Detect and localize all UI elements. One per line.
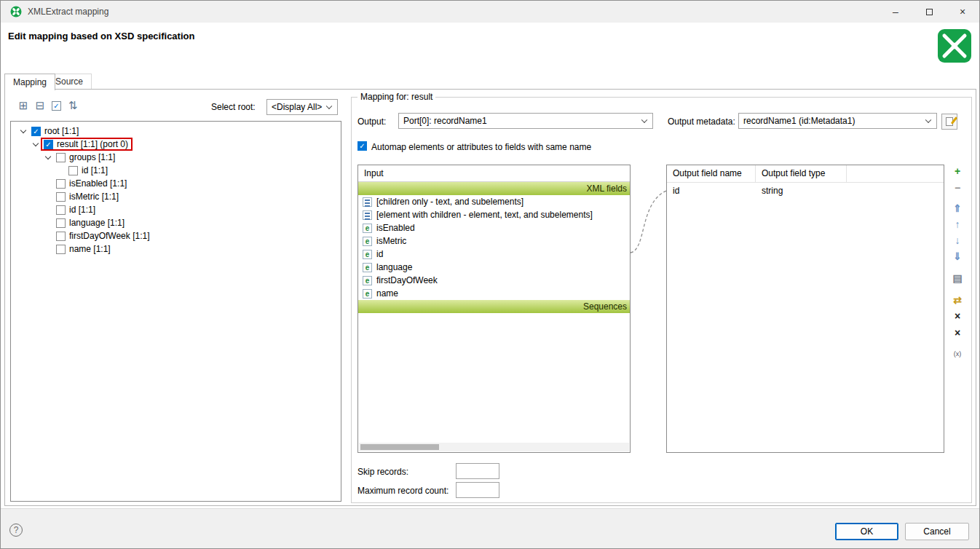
mapping-for-group: Mapping for: result Output: Port[0]: rec… [351,97,972,503]
chevron-down-icon [925,117,931,123]
output-metadata-select[interactable]: recordName1 (id:Metadata1) [738,113,937,129]
tree-item[interactable]: ✓root [1:1] [11,125,341,138]
tree-item[interactable]: groups [1:1] [11,151,341,164]
close-button[interactable]: × [946,1,979,23]
move-up-icon[interactable]: ↑ [951,218,964,231]
input-list-header: Input [358,165,630,182]
tree-item[interactable]: firstDayOfWeek [1:1] [11,229,341,242]
help-button[interactable]: ? [9,524,23,537]
clear-mapping-icon[interactable]: × [951,309,964,323]
input-field-item[interactable]: [element with children - element, text, … [358,208,630,221]
input-field-item[interactable]: [children only - text, and subelements] [358,195,630,208]
tree-order-icon[interactable]: ⇅ [66,99,79,112]
tree-item-checkbox[interactable] [56,153,66,162]
check-all-icon[interactable]: ✓ [52,101,61,111]
output-column-header[interactable]: Output field name [667,165,756,182]
chevron-slot [43,179,52,189]
tree-item[interactable]: isMetric [1:1] [11,190,341,203]
scrollbar-thumb[interactable] [360,444,439,450]
mapping-connector-line [626,167,671,277]
input-field-item[interactable]: efirstDayOfWeek [358,274,630,287]
tree-item-body: language [1:1] [53,216,129,229]
ok-button[interactable]: OK [835,523,898,540]
group-title: Mapping for: result [357,92,435,102]
tree-item[interactable]: id [1:1] [11,164,341,177]
highlight-annotation: ✓result [1:1] (port 0) [41,138,133,151]
chevron-expanded-icon[interactable] [18,127,28,136]
tree-item-body: groups [1:1] [53,151,119,164]
tree-item-body: isMetric [1:1] [53,190,123,203]
horizontal-scrollbar[interactable] [359,443,629,451]
input-field-item[interactable]: eisMetric [358,234,630,248]
tree-item[interactable]: language [1:1] [11,216,341,229]
tree-item-checkbox[interactable] [56,218,66,228]
tree-item-body: ✓root [1:1] [28,125,83,138]
output-fields-table[interactable]: Output field nameOutput field type idstr… [666,165,944,453]
tree-item-checkbox[interactable] [56,245,66,254]
input-field-label: isEnabled [376,223,415,233]
dialog-header: Edit mapping based on XSD specification [1,23,979,89]
max-record-count-label: Maximum record count: [357,486,448,496]
app-icon [10,6,22,17]
move-down-icon[interactable]: ↓ [951,234,964,247]
input-field-item[interactable]: ename [358,287,630,300]
skip-records-label: Skip records: [357,467,408,477]
input-field-item[interactable]: eid [358,248,630,261]
minimize-button[interactable]: – [879,1,912,23]
tree-item-checkbox[interactable] [68,166,78,175]
select-fields-icon[interactable]: ▤ [951,272,964,285]
chevron-down-icon [326,103,332,109]
tree-item-checkbox[interactable]: ✓ [44,140,53,149]
chevron-glyph [44,153,50,159]
tree-item-checkbox[interactable] [56,192,66,202]
tree-item[interactable]: name [1:1] [11,242,341,256]
wildcard-mapping-icon[interactable]: (x) [951,347,964,360]
tree-item[interactable]: id [1:1] [11,203,341,216]
tree-item-checkbox[interactable] [56,205,66,215]
output-metadata-value: recordName1 (id:Metadata1) [743,116,855,126]
add-field-icon[interactable]: + [951,165,964,178]
tree-item-checkbox[interactable]: ✓ [31,127,41,136]
edit-metadata-button[interactable] [941,114,957,130]
move-top-icon[interactable]: ⇑ [951,202,964,215]
select-root-dropdown[interactable]: <Display All> [266,99,338,115]
chevron-expanded-icon[interactable] [43,153,52,162]
cancel-button[interactable]: Cancel [905,523,969,540]
collapse-all-icon[interactable]: ⊟ [33,99,47,112]
expand-all-icon[interactable]: ⊞ [17,99,30,112]
tree-item-body: id [1:1] [53,203,100,216]
tree-item[interactable]: ✓result [1:1] (port 0) [11,138,341,151]
window-title: XMLExtract mapping [28,7,108,17]
output-column-header[interactable]: Output field type [756,165,847,182]
dialog-title: Edit mapping based on XSD specification [8,31,194,42]
tree-item-label: result [1:1] (port 0) [57,139,128,149]
tree-item-label: isEnabled [1:1] [69,178,127,189]
chevron-expanded-icon[interactable] [31,140,40,149]
tree-item-label: id [1:1] [82,165,108,175]
tree-item-body: isEnabled [1:1] [53,177,131,190]
edit-metadata-icon [946,117,953,126]
output-table-row[interactable]: idstring [667,183,944,199]
tree-item-checkbox[interactable] [56,232,66,241]
tab-mapping[interactable]: Mapping [4,74,55,90]
move-bottom-icon[interactable]: ⇓ [951,250,964,263]
input-field-item[interactable]: eisEnabled [358,221,630,234]
remove-field-icon[interactable]: − [951,181,964,194]
automap-label: Automap elements or attributes to fields… [371,142,591,152]
tree-item-checkbox[interactable] [56,179,66,189]
skip-records-input[interactable] [456,463,499,479]
output-port-select[interactable]: Port[0]: recordName1 [398,113,653,129]
clear-all-mappings-icon[interactable]: × [951,326,964,339]
tree-item[interactable]: isEnabled [1:1] [11,177,341,190]
xmlextract-mapping-dialog: XMLExtract mapping – × Edit mapping base… [0,0,980,549]
maximize-button[interactable] [912,1,946,23]
input-field-label: isMetric [376,236,406,246]
dialog-footer: ? OK Cancel [1,508,979,549]
automap-checkbox[interactable]: ✓ [357,141,367,151]
automap-icon[interactable]: ⇄ [951,293,964,307]
max-record-count-input[interactable] [456,482,499,498]
mapping-tab-content: ⊞⊟✓⇅ Select root: <Display All> ✓root [1… [4,89,976,506]
input-field-item[interactable]: elanguage [358,261,630,274]
chevron-slot [43,245,52,254]
xsd-tree[interactable]: ✓root [1:1]✓result [1:1] (port 0)groups … [10,121,341,502]
